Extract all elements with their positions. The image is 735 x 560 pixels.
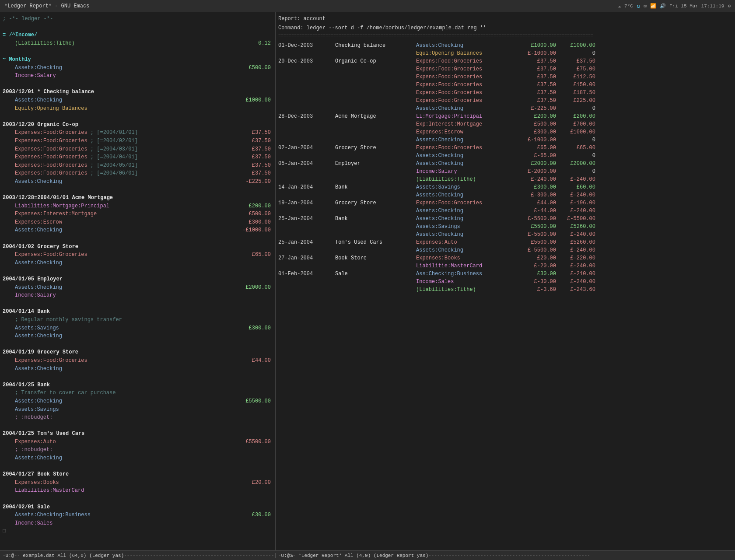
clock: Fri 15 Mar 17:11:19 bbox=[669, 4, 724, 9]
report-payee bbox=[335, 49, 416, 57]
left-pane-line: Expenses:Food:Groceries£37.50 ; [=2004/0… bbox=[3, 153, 273, 161]
report-payee bbox=[335, 223, 416, 231]
report-row: (Liabilities:Tithe)£-240.00£-240.00 bbox=[278, 175, 732, 183]
report-row: 25-Jan-2004Tom's Used CarsExpenses:Auto£… bbox=[278, 238, 732, 246]
left-pane-line: Assets:Checking£500.00 bbox=[3, 64, 273, 72]
left-pane-line bbox=[3, 267, 273, 275]
report-amount: £300.00 bbox=[517, 183, 556, 191]
report-date bbox=[278, 120, 335, 128]
left-pane[interactable]: ; -*- ledger -*- = /^Income/(Liabilities… bbox=[0, 12, 276, 550]
report-header-line1: Report: account bbox=[278, 15, 732, 23]
report-row: Assets:Checking£-300.00£-240.00 bbox=[278, 191, 732, 199]
report-date bbox=[278, 286, 335, 294]
report-account: Expens:Food:Groceries bbox=[416, 144, 517, 152]
report-amount: £200.00 bbox=[517, 112, 556, 120]
titlebar-right: ☁ 7°C ↻ ✉ 📶 🔊 Fri 15 Mar 17:11:19 ⚙ bbox=[618, 2, 731, 10]
report-account: Expens:Food:Groceries bbox=[416, 81, 517, 89]
settings-icon[interactable]: ⚙ bbox=[728, 3, 731, 9]
report-balance: 0 bbox=[556, 168, 595, 175]
report-account: Expenses:Auto bbox=[416, 238, 517, 246]
report-account: Ass:Checking:Business bbox=[416, 270, 517, 278]
report-balance: £-240.00 bbox=[556, 207, 595, 215]
report-account: Assets:Checking bbox=[416, 105, 517, 112]
report-amount: £-5500.00 bbox=[517, 246, 556, 254]
right-pane[interactable]: Report: accountCommand: ledger --sort d … bbox=[276, 12, 735, 550]
report-balance: £5260.00 bbox=[556, 223, 595, 231]
report-balance: £-240.00 bbox=[556, 278, 595, 286]
ledger-report: Report: accountCommand: ledger --sort d … bbox=[276, 14, 735, 294]
report-account: Expens:Food:Groceries bbox=[416, 199, 517, 207]
report-row: Expens:Food:Groceries£37.50£225.00 bbox=[278, 97, 732, 105]
report-balance: 0 bbox=[556, 105, 595, 112]
report-payee: Book Store bbox=[335, 254, 416, 262]
left-pane-line: ; -*- ledger -*- bbox=[3, 15, 273, 23]
left-pane-line: Income:Sales bbox=[3, 519, 273, 528]
mail-icon[interactable]: ✉ bbox=[644, 3, 647, 9]
left-pane-line: Liabilities:Mortgage:Principal£200.00 bbox=[3, 202, 273, 210]
report-account: Expens:Food:Groceries bbox=[416, 89, 517, 97]
left-pane-line: Assets:Checking bbox=[3, 454, 273, 462]
report-date bbox=[278, 207, 335, 215]
report-date bbox=[278, 65, 335, 73]
left-pane-line: Expenses:Food:Groceries£65.00 bbox=[3, 251, 273, 259]
report-date: 20-Dec-2003 bbox=[278, 57, 335, 65]
report-balance: £75.00 bbox=[556, 65, 595, 73]
report-payee: Tom's Used Cars bbox=[335, 238, 416, 246]
left-pane-line: Assets:Checking£1000.00 bbox=[3, 96, 273, 105]
left-pane-line bbox=[3, 234, 273, 243]
report-header-line2: Command: ledger --sort d -f /home/borbus… bbox=[278, 24, 732, 32]
report-payee: Grocery Store bbox=[335, 144, 416, 152]
report-balance: £1000.00 bbox=[556, 42, 595, 49]
report-payee: Checking balance bbox=[335, 42, 416, 49]
report-account: Li:Mortgage:Principal bbox=[416, 112, 517, 120]
left-pane-line bbox=[3, 373, 273, 381]
report-account: Income:Salary bbox=[416, 168, 517, 175]
report-payee: Bank bbox=[335, 183, 416, 191]
report-payee bbox=[335, 97, 416, 105]
report-amount: £-20.00 bbox=[517, 262, 556, 270]
report-account: Assets:Checking bbox=[416, 231, 517, 238]
ledger-editor[interactable]: ; -*- ledger -*- = /^Income/(Liabilities… bbox=[0, 14, 275, 536]
report-date bbox=[278, 89, 335, 97]
left-pane-line: Equity:Opening Balances bbox=[3, 105, 273, 113]
left-pane-line: 2004/01/25 Tom's Used Cars bbox=[3, 430, 273, 438]
report-date bbox=[278, 105, 335, 112]
left-pane-line bbox=[3, 495, 273, 503]
report-account: Assets:Checking bbox=[416, 207, 517, 215]
statusbar: -U:@-- example.dat All (64,0) (Ledger ya… bbox=[0, 550, 735, 560]
report-balance: £187.50 bbox=[556, 89, 595, 97]
report-payee bbox=[335, 105, 416, 112]
report-payee bbox=[335, 89, 416, 97]
report-row: 01-Feb-2004SaleAss:Checking:Business£30.… bbox=[278, 270, 732, 278]
report-balance: £225.00 bbox=[556, 97, 595, 105]
report-payee bbox=[335, 191, 416, 199]
report-row: Expens:Food:Groceries£37.50£75.00 bbox=[278, 65, 732, 73]
network-icon[interactable]: 📶 bbox=[650, 3, 656, 9]
report-account: Expens:Food:Groceries bbox=[416, 73, 517, 81]
report-account: Expenses:Escrow bbox=[416, 128, 517, 136]
report-date bbox=[278, 49, 335, 57]
left-pane-line bbox=[3, 186, 273, 194]
report-row: Expens:Food:Groceries£37.50£150.00 bbox=[278, 81, 732, 89]
report-balance: 0 bbox=[556, 136, 595, 144]
report-divider: ========================================… bbox=[278, 33, 732, 40]
report-balance: £-196.00 bbox=[556, 199, 595, 207]
left-pane-line: Expenses:Food:Groceries£37.50 ; [=2004/0… bbox=[3, 161, 273, 170]
left-pane-line: ; :nobudget: bbox=[3, 413, 273, 422]
report-amount: £37.50 bbox=[517, 97, 556, 105]
left-pane-line: 2004/02/01 Sale bbox=[3, 503, 273, 511]
refresh-icon[interactable]: ↻ bbox=[637, 2, 640, 10]
report-amount: £20.00 bbox=[517, 254, 556, 262]
report-amount: £30.00 bbox=[517, 270, 556, 278]
report-amount: £37.50 bbox=[517, 81, 556, 89]
volume-icon[interactable]: 🔊 bbox=[660, 3, 666, 9]
report-amount: £5500.00 bbox=[517, 238, 556, 246]
left-pane-line: ; Regular monthly savings transfer bbox=[3, 316, 273, 324]
report-account: Expens:Food:Groceries bbox=[416, 97, 517, 105]
report-payee bbox=[335, 286, 416, 294]
report-date bbox=[278, 246, 335, 254]
report-date: 02-Jan-2004 bbox=[278, 144, 335, 152]
report-account: Assets:Savings bbox=[416, 183, 517, 191]
report-date bbox=[278, 168, 335, 175]
report-payee bbox=[335, 246, 416, 254]
